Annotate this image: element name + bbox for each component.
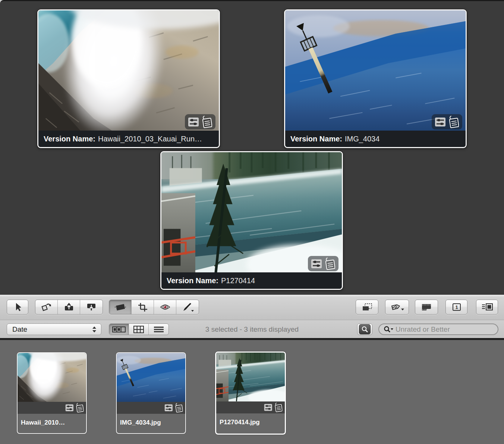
- search-field[interactable]: [378, 323, 498, 335]
- lift-tool-button[interactable]: [58, 300, 80, 314]
- search-input[interactable]: [396, 325, 494, 334]
- thumb-badges[interactable]: [164, 403, 183, 413]
- thumb-filename: IMG_4034.jpg: [117, 414, 185, 431]
- version-name-value: IMG_4034: [345, 135, 379, 143]
- thumb-badge-strip: [216, 401, 285, 413]
- view-mode-group: [109, 323, 169, 335]
- thumb-p1270414[interactable]: P1270414.jpg: [215, 351, 286, 435]
- grid-view-icon: [132, 325, 145, 334]
- new-selection-icon: [362, 302, 373, 312]
- straighten-icon: [114, 302, 126, 312]
- thumb-filename: Hawaii_2010…: [18, 414, 86, 431]
- rotate-icon: [41, 302, 52, 312]
- pointer-tool-button[interactable]: [7, 300, 28, 315]
- search-magnifier-icon: [384, 326, 393, 333]
- stepper-arrows-icon: [92, 326, 97, 332]
- photo-ocean-buoy: [285, 10, 466, 131]
- thumb-badges[interactable]: [65, 403, 84, 413]
- thumb-image: [18, 353, 86, 402]
- adjustment-tools-group: [109, 300, 199, 315]
- inspector-icon: [481, 302, 493, 312]
- crop-tool-button[interactable]: [132, 300, 154, 314]
- photo-badges[interactable]: [308, 256, 338, 271]
- magnifier-icon: [361, 326, 369, 333]
- stamp-tool-button[interactable]: [80, 300, 103, 314]
- brush-tool-button[interactable]: [176, 300, 199, 314]
- filter-bar: Date: [0, 320, 504, 338]
- crop-icon: [137, 302, 148, 312]
- red-eye-tool-button[interactable]: [154, 300, 176, 314]
- photo-browser-grid: Version Name: Hawaii_2010_03_Kauai_Run… …: [0, 0, 504, 296]
- chevron-down-icon: [401, 309, 404, 310]
- view-filmstrip-button[interactable]: [109, 324, 129, 335]
- thumb-badges[interactable]: [264, 403, 283, 412]
- filmstrip-view-icon: [112, 325, 126, 334]
- version-name-value: Hawaii_2010_03_Kauai_Run…: [98, 135, 202, 143]
- photo-river-rapids: [161, 152, 342, 272]
- sort-by-value: Date: [12, 325, 27, 334]
- thumb-hawaii[interactable]: Hawaii_2010…: [17, 352, 87, 434]
- thumb-badge-strip: [117, 402, 185, 414]
- keywords-tag-icon: [390, 302, 404, 312]
- thumb-image: [117, 353, 185, 402]
- version-name-prefix: Version Name:: [290, 135, 342, 143]
- photo-card-hawaii[interactable]: Version Name: Hawaii_2010_03_Kauai_Run…: [37, 9, 220, 148]
- thumb-img4034[interactable]: IMG_4034.jpg: [116, 352, 186, 434]
- brush-icon: [181, 302, 194, 312]
- inspector-button[interactable]: [476, 300, 498, 315]
- version-name-value: P1270414: [221, 276, 255, 285]
- sort-by-popup[interactable]: Date: [7, 323, 101, 335]
- photo-badges[interactable]: [432, 114, 462, 129]
- filmstrip-pane: Hawaii_2010… IMG_4034.jpg P1270414.jpg: [0, 340, 504, 444]
- view-grid-button[interactable]: [129, 324, 149, 335]
- keywords-button[interactable]: [385, 300, 409, 315]
- chevron-down-icon: [391, 328, 393, 330]
- version-name-label: Version Name: P1270414: [161, 272, 342, 289]
- filmstrip-panel-button[interactable]: [415, 300, 438, 315]
- toolbar: 1: [0, 295, 504, 320]
- view-list-button[interactable]: [149, 324, 168, 335]
- loupe-chip: [359, 324, 371, 334]
- straighten-tool-button[interactable]: [109, 300, 132, 314]
- red-eye-icon: [160, 302, 171, 312]
- photo-card-p1270414[interactable]: Version Name: P1270414: [160, 151, 343, 290]
- rotate-lift-stamp-group: [35, 300, 103, 315]
- new-selection-button[interactable]: [356, 300, 378, 315]
- smart-search-button[interactable]: [357, 323, 372, 335]
- rotate-tool-button[interactable]: [35, 300, 58, 314]
- stamp-icon: [86, 302, 97, 312]
- version-name-label: Version Name: IMG_4034: [285, 131, 466, 147]
- primary-only-button[interactable]: 1: [445, 300, 467, 315]
- filmstrip-icon: [421, 302, 432, 312]
- photo-hawaii-blowhole: [38, 10, 219, 131]
- pointer-icon: [12, 302, 23, 312]
- lift-icon: [63, 302, 75, 312]
- version-name-prefix: Version Name:: [44, 135, 95, 143]
- thumb-badge-strip: [18, 402, 86, 414]
- version-name-label: Version Name: Hawaii_2010_03_Kauai_Run…: [38, 131, 219, 147]
- primary-only-label: 1: [455, 304, 458, 310]
- photo-badges[interactable]: [185, 114, 215, 129]
- thumb-image: [216, 353, 285, 401]
- list-view-icon: [152, 325, 165, 334]
- primary-only-icon: 1: [451, 302, 462, 312]
- version-name-prefix: Version Name:: [167, 276, 218, 285]
- chevron-down-icon: [191, 310, 194, 312]
- aperture-window: Version Name: Hawaii_2010_03_Kauai_Run… …: [0, 0, 504, 444]
- thumb-filename: P1270414.jpg: [216, 413, 285, 431]
- photo-card-img4034[interactable]: Version Name: IMG_4034: [284, 9, 467, 148]
